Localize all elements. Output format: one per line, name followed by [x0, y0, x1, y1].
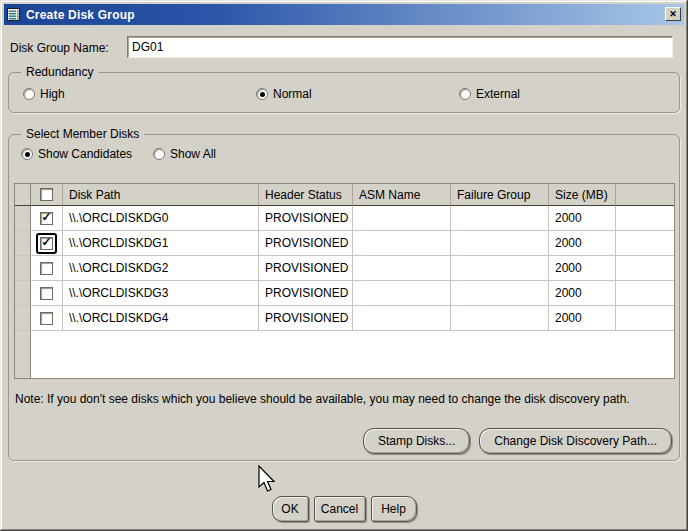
row-checkbox[interactable] [40, 262, 53, 275]
cell-header-status[interactable]: PROVISIONED [259, 281, 353, 306]
member-disks-group: Select Member Disks Show Candidates Show… [8, 134, 680, 461]
footer-button-bar: OK Cancel Help [0, 496, 688, 522]
radio-show-all-label: Show All [170, 147, 216, 161]
col-header-spacer [616, 184, 674, 206]
cell-disk-path[interactable]: \\.\ORCLDISKDG1 [63, 231, 259, 256]
select-all-header-cell[interactable] [31, 184, 63, 206]
cell-failure-group[interactable] [451, 281, 549, 306]
cell-size-mb[interactable]: 2000 [549, 281, 616, 306]
focused-cell-ring [36, 233, 57, 254]
cell-disk-path[interactable]: \\.\ORCLDISKDG4 [63, 306, 259, 331]
disk-group-name-input[interactable] [127, 36, 673, 58]
cell-header-status[interactable]: PROVISIONED [259, 231, 353, 256]
cell-asm-name[interactable] [353, 231, 451, 256]
radio-show-candidates-icon [21, 148, 33, 160]
radio-external-label: External [476, 87, 520, 101]
cell-asm-name[interactable] [353, 306, 451, 331]
table-row[interactable]: \\.\ORCLDISKDG2 PROVISIONED 2000 [15, 256, 674, 281]
cell-failure-group[interactable] [451, 206, 549, 231]
cell-failure-group[interactable] [451, 256, 549, 281]
member-disks-legend: Select Member Disks [21, 127, 144, 141]
cell-size-mb[interactable]: 2000 [549, 306, 616, 331]
cell-failure-group[interactable] [451, 231, 549, 256]
create-disk-group-dialog: Create Disk Group ✕ Disk Group Name: Red… [0, 0, 688, 531]
col-header-size-mb: Size (MB) [549, 184, 616, 206]
radio-external[interactable]: External [459, 87, 520, 101]
cell-header-status[interactable]: PROVISIONED [259, 206, 353, 231]
discovery-note: Note: If you don't see disks which you b… [15, 391, 667, 408]
select-all-checkbox[interactable] [40, 188, 53, 201]
radio-normal-icon [256, 88, 268, 100]
col-header-disk-path: Disk Path [63, 184, 259, 206]
help-button[interactable]: Help [371, 496, 417, 522]
change-disk-discovery-path-button[interactable]: Change Disk Discovery Path... [479, 428, 672, 454]
radio-normal-label: Normal [273, 87, 312, 101]
table-row[interactable]: \\.\ORCLDISKDG0 PROVISIONED 2000 [15, 206, 674, 231]
table-row[interactable]: \\.\ORCLDISKDG4 PROVISIONED 2000 [15, 306, 674, 331]
cell-header-status[interactable]: PROVISIONED [259, 306, 353, 331]
mouse-cursor-icon [256, 465, 276, 495]
cell-asm-name[interactable] [353, 206, 451, 231]
table-empty-area [15, 331, 674, 379]
radio-normal[interactable]: Normal [256, 87, 312, 101]
close-icon: ✕ [669, 10, 677, 19]
radio-show-all-icon [153, 148, 165, 160]
table-header-row: Disk Path Header Status ASM Name Failure… [15, 184, 674, 206]
col-header-header-status: Header Status [259, 184, 353, 206]
cell-size-mb[interactable]: 2000 [549, 256, 616, 281]
radio-show-candidates[interactable]: Show Candidates [21, 147, 132, 161]
stamp-disks-button[interactable]: Stamp Disks... [363, 428, 470, 454]
radio-high[interactable]: High [23, 87, 65, 101]
radio-show-candidates-label: Show Candidates [38, 147, 132, 161]
radio-high-icon [23, 88, 35, 100]
cell-disk-path[interactable]: \\.\ORCLDISKDG2 [63, 256, 259, 281]
table-row[interactable]: \\.\ORCLDISKDG1 PROVISIONED 2000 [15, 231, 674, 256]
table-row[interactable]: \\.\ORCLDISKDG3 PROVISIONED 2000 [15, 281, 674, 306]
titlebar[interactable]: Create Disk Group ✕ [4, 4, 684, 25]
ok-button[interactable]: OK [272, 496, 309, 522]
radio-external-icon [459, 88, 471, 100]
redundancy-group: Redundancy High Normal External [8, 72, 680, 113]
member-disks-table: Disk Path Header Status ASM Name Failure… [14, 183, 675, 379]
cell-asm-name[interactable] [353, 256, 451, 281]
row-checkbox[interactable] [40, 237, 53, 250]
disk-group-window-icon [7, 7, 22, 22]
cell-asm-name[interactable] [353, 281, 451, 306]
cancel-button[interactable]: Cancel [314, 496, 366, 522]
cell-disk-path[interactable]: \\.\ORCLDISKDG3 [63, 281, 259, 306]
row-checkbox[interactable] [40, 212, 53, 225]
cell-size-mb[interactable]: 2000 [549, 206, 616, 231]
disk-group-name-label: Disk Group Name: [10, 41, 109, 55]
redundancy-legend: Redundancy [21, 65, 98, 79]
cell-header-status[interactable]: PROVISIONED [259, 256, 353, 281]
col-header-failure-group: Failure Group [451, 184, 549, 206]
cell-size-mb[interactable]: 2000 [549, 231, 616, 256]
row-checkbox[interactable] [40, 287, 53, 300]
radio-show-all[interactable]: Show All [153, 147, 216, 161]
cell-failure-group[interactable] [451, 306, 549, 331]
cell-disk-path[interactable]: \\.\ORCLDISKDG0 [63, 206, 259, 231]
col-header-asm-name: ASM Name [353, 184, 451, 206]
row-checkbox[interactable] [40, 312, 53, 325]
radio-high-label: High [40, 87, 65, 101]
close-button[interactable]: ✕ [665, 7, 681, 21]
window-title: Create Disk Group [26, 8, 135, 22]
row-header-corner [15, 184, 31, 206]
